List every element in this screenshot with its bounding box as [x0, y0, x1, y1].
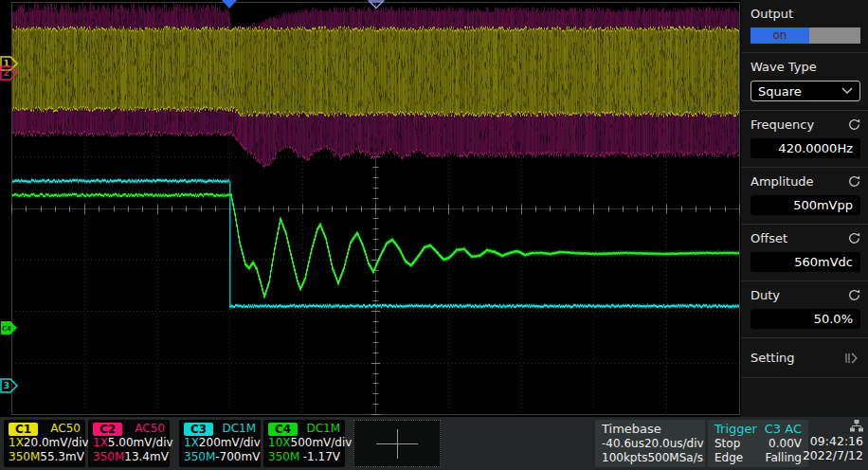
trigger-type: Edge — [714, 451, 743, 465]
timebase-box[interactable]: Timebase -40.6us20.0us/div 100kpts500MSa… — [595, 420, 705, 467]
scale-value: 20.0mV/div — [24, 436, 89, 450]
frequency-label: Frequency — [750, 118, 814, 132]
timebase-scale: 20.0us/div — [644, 437, 704, 451]
wave-type-value: Square — [758, 84, 802, 99]
channel-box-c2[interactable]: C2AC50 1X5.00mV/div 350M13.4mV — [88, 420, 170, 467]
probe-label: 1X — [9, 436, 24, 450]
setting-row[interactable]: Setting — [750, 345, 860, 369]
scale-value: 200mV/div — [199, 436, 261, 450]
bandwidth-label: 350M — [93, 450, 124, 464]
bandwidth-label: 350M — [184, 450, 215, 464]
scale-value: 5.00mV/div — [108, 436, 173, 450]
channel-tab[interactable]: C4 — [268, 423, 298, 436]
function-generator-panel: Output on Wave Type Square Frequency 420… — [741, 0, 868, 417]
offset-value: 55.3mV — [40, 450, 84, 464]
duty-label: Duty — [750, 288, 780, 302]
refresh-icon[interactable] — [848, 289, 860, 301]
refresh-icon[interactable] — [848, 232, 860, 244]
coupling-label: DC1M — [306, 422, 340, 436]
trigger-status: Stop — [714, 437, 740, 451]
waveform-display-area[interactable]: 12C43 — [0, 0, 741, 417]
trigger-source: C3 AC — [765, 422, 802, 437]
probe-label: 10X — [268, 436, 291, 450]
clock-block: 09:42:16 2022/7/12 — [801, 420, 863, 467]
status-bar: C1AC50 1X20.0mV/div 350M55.3mV C2AC50 1X… — [0, 417, 868, 470]
bandwidth-label: 350M — [268, 450, 299, 464]
frequency-value[interactable]: 420.0000Hz — [750, 138, 860, 158]
probe-label: 1X — [93, 436, 108, 450]
scale-value: 500mV/div — [291, 436, 353, 450]
setting-section: Setting — [741, 338, 868, 378]
duty-value[interactable]: 50.0% — [750, 309, 860, 329]
timebase-title: Timebase — [602, 422, 661, 437]
channel-box-c3[interactable]: C3DC1M 1X200mV/div 350M-700mV — [179, 420, 261, 467]
output-label: Output — [750, 7, 793, 21]
coupling-label: DC1M — [222, 422, 256, 436]
timebase-rate: 500MSa/s — [647, 451, 703, 465]
duty-section: Duty 50.0% — [741, 281, 868, 338]
expand-panel-icon — [843, 352, 859, 364]
offset-section: Offset 560mVdc — [741, 225, 868, 281]
date-display: 2022/7/12 — [801, 448, 863, 462]
oscilloscope-screen: 12C43 Output on Wave Type Square Frequen… — [0, 0, 868, 470]
output-section: Output on — [741, 0, 868, 53]
amplitude-label: Amplitude — [750, 174, 814, 189]
chevron-down-icon — [841, 87, 853, 95]
amplitude-section: Amplitude 500mVpp — [741, 168, 868, 225]
time-display: 09:42:16 — [801, 434, 863, 448]
probe-label: 1X — [184, 436, 199, 450]
offset-value[interactable]: 560mVdc — [750, 252, 860, 272]
wave-type-section: Wave Type Square — [741, 53, 868, 111]
output-toggle[interactable]: on — [750, 27, 860, 44]
trigger-title: Trigger — [714, 422, 757, 437]
crosshair-icon — [397, 429, 398, 459]
waveform-canvas[interactable] — [0, 0, 741, 417]
amplitude-value[interactable]: 500mVpp — [750, 195, 860, 215]
channel-box-c1[interactable]: C1AC50 1X20.0mV/div 350M55.3mV — [4, 420, 85, 467]
coupling-label: AC50 — [50, 422, 81, 436]
channel-tab[interactable]: C1 — [9, 423, 38, 436]
refresh-icon[interactable] — [848, 118, 860, 131]
trigger-box[interactable]: TriggerC3 AC Stop0.00V EdgeFalling — [708, 420, 808, 467]
wave-type-dropdown[interactable]: Square — [750, 81, 860, 101]
channel-box-c4[interactable]: C4DC1M 10X500mV/div 350M-1.17V — [263, 420, 345, 467]
timebase-delay: -40.6us — [602, 437, 644, 451]
coupling-label: AC50 — [135, 422, 165, 436]
channel-tab[interactable]: C2 — [93, 423, 122, 436]
output-toggle-on[interactable]: on — [750, 27, 809, 44]
trigger-level: 0.00V — [769, 437, 802, 451]
channel-tab[interactable]: C3 — [184, 423, 213, 436]
setting-label: Setting — [750, 351, 795, 365]
delay-position-indicator[interactable] — [353, 420, 441, 467]
offset-label: Offset — [750, 231, 787, 245]
offset-value: -1.17V — [303, 450, 340, 464]
frequency-section: Frequency 420.0000Hz — [741, 111, 868, 168]
bandwidth-label: 350M — [9, 450, 40, 464]
offset-value: -700mV — [215, 450, 260, 464]
wave-type-label: Wave Type — [750, 60, 817, 74]
lan-network-icon — [850, 420, 863, 432]
trigger-slope: Falling — [766, 451, 802, 465]
output-toggle-off[interactable] — [809, 27, 860, 44]
timebase-points: 100kpts — [602, 451, 647, 465]
refresh-icon[interactable] — [848, 175, 860, 188]
offset-value: 13.4mV — [124, 450, 169, 464]
